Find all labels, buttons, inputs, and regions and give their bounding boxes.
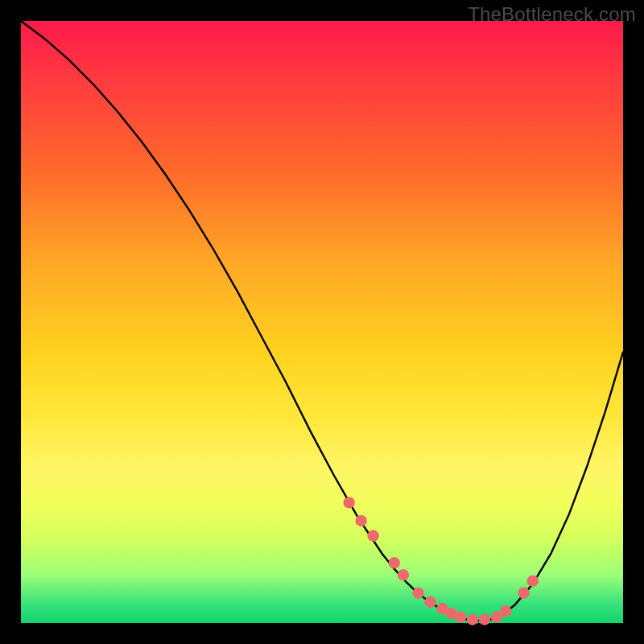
- marker-dot: [412, 587, 423, 598]
- marker-dot: [424, 597, 436, 608]
- marker-dot: [518, 587, 529, 598]
- chart-frame: TheBottleneck.com: [0, 0, 644, 644]
- marker-dot: [355, 515, 366, 526]
- marker-dot: [343, 497, 354, 508]
- watermark-text: TheBottleneck.com: [468, 3, 636, 26]
- marker-dot: [455, 611, 466, 622]
- marker-dot: [389, 557, 400, 568]
- highlight-markers: [343, 497, 539, 625]
- marker-dot: [367, 530, 378, 541]
- chart-svg: [21, 21, 623, 623]
- marker-dot: [500, 605, 511, 617]
- marker-dot: [467, 613, 478, 625]
- marker-dot: [479, 613, 490, 625]
- chart-plot-area: [21, 21, 623, 623]
- bottleneck-curve: [21, 21, 623, 621]
- marker-dot: [398, 569, 409, 580]
- marker-dot: [527, 575, 539, 586]
